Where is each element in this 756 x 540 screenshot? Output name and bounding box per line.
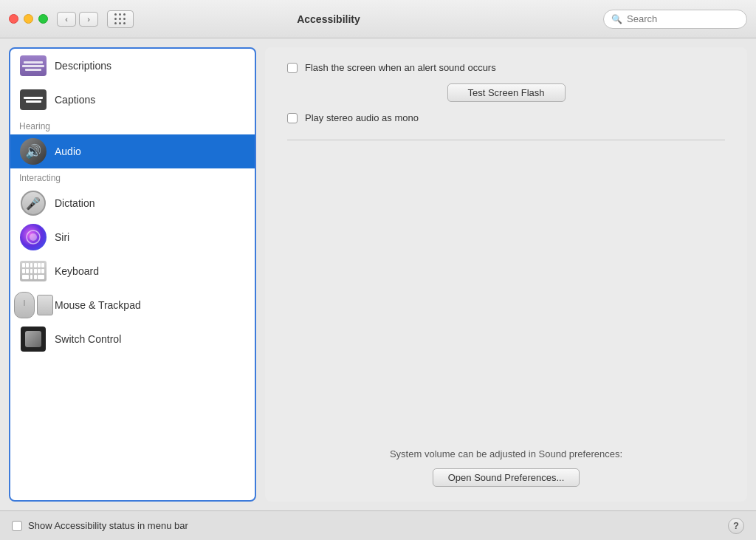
window-title: Accessibility — [54, 13, 603, 25]
test-screen-flash-button[interactable]: Test Screen Flash — [447, 83, 566, 102]
flash-checkbox-label: Flash the screen when an alert sound occ… — [305, 62, 496, 73]
sidebar-item-label: Keyboard — [55, 265, 99, 277]
sidebar-item-siri[interactable]: Siri — [10, 220, 255, 254]
open-sound-prefs-button[interactable]: Open Sound Preferences... — [433, 468, 580, 487]
help-button[interactable]: ? — [728, 518, 744, 534]
sidebar-item-label: Audio — [55, 146, 81, 157]
minimize-button[interactable] — [24, 14, 33, 24]
close-button[interactable] — [9, 14, 18, 24]
show-status-checkbox[interactable] — [12, 521, 22, 531]
stereo-checkbox-row: Play stereo audio as mono — [287, 112, 725, 123]
sidebar-item-descriptions[interactable]: Descriptions — [10, 49, 255, 83]
sidebar-item-switch-control[interactable]: Switch Control — [10, 322, 255, 356]
show-status-label: Show Accessibility status in menu bar — [28, 520, 188, 531]
switch-control-icon — [19, 327, 47, 351]
dictation-icon: 🎤 — [19, 191, 47, 215]
sound-note: System volume can be adjusted in Sound p… — [390, 448, 622, 459]
show-status-row: Show Accessibility status in menu bar — [12, 520, 728, 531]
siri-icon — [19, 225, 47, 249]
sidebar-item-label: Descriptions — [55, 60, 111, 72]
stereo-checkbox[interactable] — [287, 113, 298, 123]
descriptions-icon — [19, 54, 47, 78]
sidebar-item-keyboard[interactable]: Keyboard — [10, 254, 255, 288]
sidebar-item-label: Siri — [55, 231, 69, 243]
flash-checkbox[interactable] — [287, 63, 298, 73]
search-icon: 🔍 — [611, 14, 622, 24]
stereo-checkbox-label: Play stereo audio as mono — [305, 112, 419, 123]
sidebar-item-label: Mouse & Trackpad — [55, 299, 141, 311]
search-bar[interactable]: 🔍 — [603, 10, 747, 29]
svg-point-1 — [30, 233, 37, 241]
sidebar-item-captions[interactable]: Captions — [10, 83, 255, 117]
hearing-section-header: Hearing — [10, 117, 255, 134]
search-input[interactable] — [627, 13, 739, 24]
divider — [287, 140, 725, 140]
sidebar-item-mouse-trackpad[interactable]: Mouse & Trackpad — [10, 288, 255, 322]
sidebar-scroll[interactable]: Descriptions Captions Hearing 🔊 — [10, 49, 255, 500]
right-panel: Flash the screen when an alert sound occ… — [265, 47, 747, 502]
sidebar-item-dictation[interactable]: 🎤 Dictation — [10, 186, 255, 220]
sidebar-item-label: Switch Control — [55, 333, 121, 345]
bottom-bar: Show Accessibility status in menu bar ? — [0, 510, 756, 540]
sidebar-item-audio[interactable]: 🔊 Audio — [10, 134, 255, 168]
audio-icon: 🔊 — [19, 140, 47, 163]
flash-checkbox-row: Flash the screen when an alert sound occ… — [287, 62, 725, 73]
traffic-lights — [9, 14, 48, 24]
sidebar-item-label: Captions — [55, 94, 95, 106]
captions-icon — [19, 88, 47, 112]
mouse-trackpad-icon — [19, 293, 47, 317]
bottom-section: System volume can be adjusted in Sound p… — [287, 448, 725, 487]
keyboard-icon — [19, 259, 47, 283]
maximize-button[interactable] — [38, 14, 48, 24]
sidebar: Descriptions Captions Hearing 🔊 — [9, 47, 256, 502]
interacting-section-header: Interacting — [10, 168, 255, 186]
test-flash-button-row: Test Screen Flash — [287, 83, 725, 102]
titlebar: ‹ › Accessibility 🔍 — [0, 0, 756, 38]
main-content: Descriptions Captions Hearing 🔊 — [0, 38, 756, 510]
sidebar-item-label: Dictation — [55, 197, 94, 209]
